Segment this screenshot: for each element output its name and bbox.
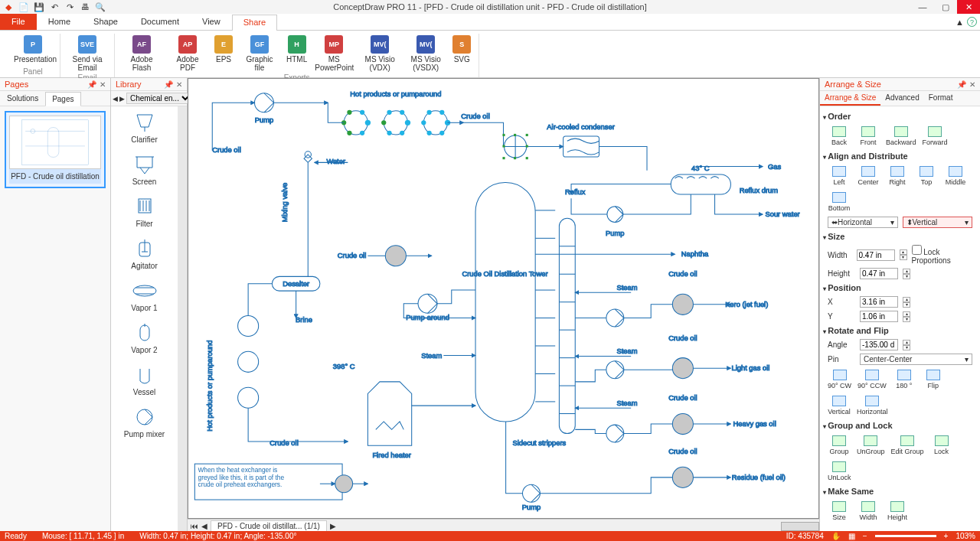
- adobe-pdf-button[interactable]: APAdobe PDF: [167, 34, 208, 73]
- arrange-tab-arrange[interactable]: Arrange & Size: [820, 91, 880, 106]
- tab-nav-first-icon[interactable]: ⏮: [188, 522, 201, 530]
- 90-ccw-button[interactable]: 90° CCW: [858, 370, 887, 389]
- top-button[interactable]: Top: [915, 166, 938, 186]
- minimize-button[interactable]: —: [911, 0, 934, 14]
- size-button[interactable]: Size: [828, 501, 851, 521]
- grid-icon[interactable]: ▦: [848, 532, 855, 540]
- library-item-agitator[interactable]: Agitator: [111, 233, 178, 275]
- horizontal-scrollbar[interactable]: [781, 522, 819, 531]
- close-icon[interactable]: ✕: [176, 80, 182, 89]
- center-button[interactable]: Center: [857, 166, 880, 186]
- tab-view[interactable]: View: [191, 14, 232, 30]
- left-button[interactable]: Left: [828, 166, 851, 186]
- html-button[interactable]: HHTML: [285, 34, 309, 73]
- vertical-button[interactable]: Vertical: [828, 396, 851, 416]
- eps-button[interactable]: EEPS: [213, 34, 234, 73]
- section-makesame[interactable]: Make Same: [823, 484, 977, 498]
- undo-icon[interactable]: ↶: [49, 2, 60, 12]
- section-rotate[interactable]: Rotate and Flip: [823, 324, 977, 337]
- right-button[interactable]: Right: [886, 166, 909, 186]
- zoom-out-icon[interactable]: −: [863, 532, 867, 540]
- section-group[interactable]: Group and Lock: [823, 419, 977, 432]
- arrange-tab-advanced[interactable]: Advanced: [880, 91, 923, 106]
- hand-icon[interactable]: ✋: [831, 532, 841, 540]
- spinner-down[interactable]: ▾: [900, 255, 907, 260]
- section-position[interactable]: Position: [823, 281, 977, 295]
- pin-select[interactable]: Center-Center▾: [860, 354, 972, 365]
- print-icon[interactable]: 🖶: [80, 2, 90, 12]
- backward-button[interactable]: Backward: [886, 126, 916, 146]
- distribute-vertical-select[interactable]: ⬍ Vertical ▾: [903, 217, 973, 228]
- library-item-clarifier[interactable]: Clarifier: [111, 106, 178, 148]
- distribute-horizontal-select[interactable]: ⬌ Horizontal ▾: [828, 217, 898, 228]
- x-input[interactable]: [860, 296, 898, 308]
- close-icon[interactable]: ✕: [969, 80, 975, 89]
- width-input[interactable]: [857, 249, 895, 261]
- redo-icon[interactable]: ↷: [64, 2, 75, 12]
- graphic-file-button[interactable]: GFGraphic file: [239, 34, 280, 73]
- forward-button[interactable]: Forward: [923, 126, 948, 146]
- canvas-tab[interactable]: PFD - Crude oil distillat... (1/1): [211, 520, 327, 532]
- height-input[interactable]: [860, 268, 898, 279]
- search-icon[interactable]: 🔍: [95, 2, 106, 12]
- tab-document[interactable]: Document: [129, 14, 191, 30]
- send-via-email-button[interactable]: SVESend via Email: [67, 34, 108, 73]
- width-button[interactable]: Width: [857, 501, 880, 521]
- tab-nav-prev-icon[interactable]: ◀: [201, 522, 207, 530]
- ms-powerpoint-button[interactable]: MPMS PowerPoint: [313, 34, 354, 73]
- spinner-up[interactable]: ▴: [900, 249, 907, 255]
- section-size[interactable]: Size: [823, 230, 977, 243]
- edit-group-button[interactable]: Edit Group: [891, 435, 924, 455]
- horizontal-button[interactable]: Horizontal: [857, 396, 888, 416]
- zoom-slider[interactable]: [875, 535, 936, 537]
- arrange-tab-format[interactable]: Format: [924, 91, 958, 106]
- library-scrollbar[interactable]: [178, 106, 187, 533]
- library-category-select[interactable]: Chemical en...: [126, 93, 192, 104]
- group-button[interactable]: Group: [828, 435, 851, 455]
- library-item-filter[interactable]: Filter: [111, 191, 178, 233]
- ribbon-minimize-icon[interactable]: ▲: [956, 18, 964, 27]
- back-button[interactable]: Back: [828, 126, 851, 146]
- tab-share[interactable]: Share: [232, 15, 277, 31]
- flip-button[interactable]: Flip: [922, 370, 945, 389]
- new-icon[interactable]: 📄: [18, 2, 29, 12]
- angle-input[interactable]: [860, 339, 898, 350]
- 180--button[interactable]: 180 °: [893, 370, 916, 389]
- lib-next-icon[interactable]: ▶: [119, 95, 125, 103]
- pages-tab-pages[interactable]: Pages: [45, 92, 80, 106]
- ungroup-button[interactable]: UnGroup: [857, 435, 885, 455]
- help-icon[interactable]: ?: [967, 17, 977, 27]
- 90-cw-button[interactable]: 90° CW: [828, 370, 851, 389]
- lock-proportions-checkbox[interactable]: [912, 245, 922, 255]
- middle-button[interactable]: Middle: [944, 166, 967, 186]
- pin-icon[interactable]: 📌: [957, 80, 966, 89]
- pin-icon[interactable]: 📌: [87, 80, 96, 89]
- front-button[interactable]: Front: [857, 126, 880, 146]
- adobe-flash-button[interactable]: AFAdobe Flash: [121, 34, 162, 73]
- section-order[interactable]: Order: [823, 109, 977, 123]
- tab-nav-next-icon[interactable]: ▶: [327, 522, 339, 530]
- close-button[interactable]: ✕: [957, 0, 980, 14]
- library-item-vapor-2[interactable]: Vapor 2: [111, 317, 178, 359]
- close-icon[interactable]: ✕: [100, 80, 106, 89]
- height-button[interactable]: Height: [886, 501, 909, 521]
- tab-file[interactable]: File: [0, 14, 37, 30]
- save-icon[interactable]: 💾: [34, 2, 44, 12]
- page-thumbnail[interactable]: PFD - Crude oil distillation: [5, 111, 106, 188]
- library-item-screen[interactable]: Screen: [111, 148, 178, 191]
- bottom-button[interactable]: Bottom: [828, 192, 851, 212]
- tab-home[interactable]: Home: [37, 14, 82, 30]
- ms-visio-vdx--button[interactable]: MV(MS Visio (VDX): [359, 34, 400, 73]
- library-item-vapor-1[interactable]: Vapor 1: [111, 275, 178, 317]
- section-align[interactable]: Align and Distribute: [823, 149, 977, 163]
- tab-shape[interactable]: Shape: [82, 14, 129, 30]
- library-item-pump-mixer[interactable]: Pump mixer: [111, 401, 178, 443]
- ms-visio-vsdx--button[interactable]: MV(MS Visio (VSDX): [405, 34, 446, 73]
- y-input[interactable]: [860, 311, 898, 322]
- maximize-button[interactable]: ▢: [934, 0, 957, 14]
- pages-tab-solutions[interactable]: Solutions: [0, 91, 45, 106]
- svg-button[interactable]: SSVG: [451, 34, 472, 73]
- lib-prev-icon[interactable]: ◀: [113, 95, 118, 103]
- presentation-button[interactable]: PPresentation: [12, 34, 54, 65]
- pin-icon[interactable]: 📌: [164, 80, 173, 89]
